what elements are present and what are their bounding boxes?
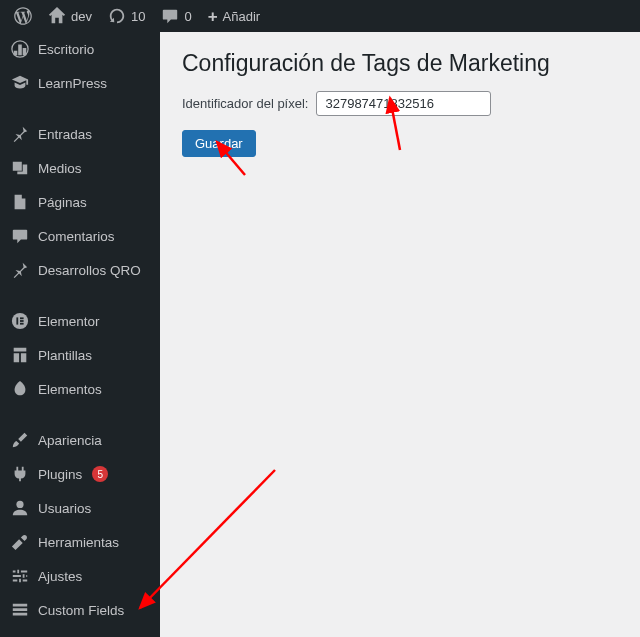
sidebar-item-plugins[interactable]: Plugins 5 (0, 457, 160, 491)
brush-icon (10, 430, 30, 450)
site-name-label: dev (71, 9, 92, 24)
sidebar-item-posts[interactable]: Entradas (0, 117, 160, 151)
update-icon (108, 7, 126, 25)
elements-icon (10, 379, 30, 399)
pixel-id-input[interactable] (316, 91, 491, 116)
sidebar-item-label: Entradas (38, 127, 92, 142)
sidebar-item-media[interactable]: Medios (0, 151, 160, 185)
elementor-icon (10, 311, 30, 331)
new-content-link[interactable]: + Añadir (200, 0, 269, 32)
save-button[interactable]: Guardar (182, 130, 256, 157)
home-icon (48, 7, 66, 25)
svg-rect-2 (16, 317, 18, 324)
pixel-id-row: Identificador del píxel: (182, 91, 618, 116)
admin-bar: dev 10 0 + Añadir (0, 0, 640, 32)
main-content: Configuración de Tags de Marketing Ident… (160, 32, 640, 637)
comments-icon (10, 226, 30, 246)
comments-link[interactable]: 0 (153, 0, 199, 32)
admin-sidebar: Escritorio LearnPress Entradas Medios Pá… (0, 32, 160, 637)
comments-count: 0 (184, 9, 191, 24)
sidebar-separator (0, 106, 160, 111)
updates-link[interactable]: 10 (100, 0, 153, 32)
sidebar-item-label: Apariencia (38, 433, 102, 448)
sidebar-item-label: Comentarios (38, 229, 115, 244)
wp-logo[interactable] (6, 0, 40, 32)
page-title: Configuración de Tags de Marketing (182, 50, 618, 77)
sidebar-item-label: Elementos (38, 382, 102, 397)
sidebar-item-label: Plantillas (38, 348, 92, 363)
fields-icon (10, 600, 30, 620)
sidebar-item-pages[interactable]: Páginas (0, 185, 160, 219)
pin-icon (10, 260, 30, 280)
sidebar-item-custom-fields[interactable]: Custom Fields (0, 593, 160, 627)
sidebar-item-users[interactable]: Usuarios (0, 491, 160, 525)
plugin-update-badge: 5 (92, 466, 108, 482)
plus-icon: + (208, 8, 218, 25)
sidebar-item-label: Usuarios (38, 501, 91, 516)
page-icon (10, 192, 30, 212)
sidebar-item-label: Medios (38, 161, 82, 176)
svg-point-6 (16, 501, 23, 508)
site-name-link[interactable]: dev (40, 0, 100, 32)
updates-count: 10 (131, 9, 145, 24)
sidebar-separator (0, 633, 160, 637)
svg-rect-3 (20, 317, 24, 319)
sidebar-item-dashboard[interactable]: Escritorio (0, 32, 160, 66)
wordpress-icon (14, 7, 32, 25)
sliders-icon (10, 566, 30, 586)
sidebar-item-label: Elementor (38, 314, 100, 329)
dashboard-icon (10, 39, 30, 59)
sidebar-item-learnpress[interactable]: LearnPress (0, 66, 160, 100)
sidebar-separator (0, 293, 160, 298)
pixel-id-label: Identificador del píxel: (182, 96, 308, 111)
sidebar-item-desarrollos[interactable]: Desarrollos QRO (0, 253, 160, 287)
comment-icon (161, 7, 179, 25)
sidebar-item-label: Plugins (38, 467, 82, 482)
sidebar-item-label: Páginas (38, 195, 87, 210)
sidebar-item-elementor[interactable]: Elementor (0, 304, 160, 338)
sidebar-item-comments[interactable]: Comentarios (0, 219, 160, 253)
sidebar-item-templates[interactable]: Plantillas (0, 338, 160, 372)
templates-icon (10, 345, 30, 365)
user-icon (10, 498, 30, 518)
pin-icon (10, 124, 30, 144)
svg-rect-4 (20, 320, 24, 322)
sidebar-item-appearance[interactable]: Apariencia (0, 423, 160, 457)
sidebar-item-label: Desarrollos QRO (38, 263, 141, 278)
sidebar-separator (0, 412, 160, 417)
sidebar-item-label: LearnPress (38, 76, 107, 91)
sidebar-item-elements[interactable]: Elementos (0, 372, 160, 406)
sidebar-item-settings[interactable]: Ajustes (0, 559, 160, 593)
sidebar-item-tools[interactable]: Herramientas (0, 525, 160, 559)
media-icon (10, 158, 30, 178)
sidebar-item-label: Custom Fields (38, 603, 124, 618)
new-content-label: Añadir (223, 9, 261, 24)
plugin-icon (10, 464, 30, 484)
sidebar-item-label: Ajustes (38, 569, 82, 584)
sidebar-item-label: Escritorio (38, 42, 94, 57)
graduation-icon (10, 73, 30, 93)
sidebar-item-label: Herramientas (38, 535, 119, 550)
svg-rect-5 (20, 323, 24, 325)
wrench-icon (10, 532, 30, 552)
